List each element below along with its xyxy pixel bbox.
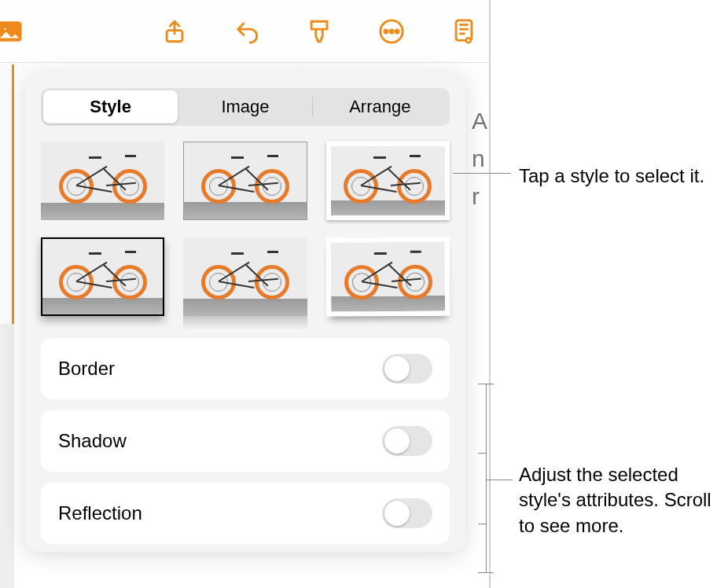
tab-image[interactable]: Image (178, 90, 312, 123)
shadow-toggle[interactable] (382, 426, 432, 456)
shadow-label: Shadow (58, 430, 127, 452)
tab-arrange[interactable]: Arrange (313, 90, 447, 123)
border-label: Border (58, 358, 115, 380)
document-view-icon[interactable] (447, 14, 481, 49)
border-row: Border (41, 338, 450, 399)
style-thumb-page-curl[interactable] (326, 237, 450, 316)
style-thumb-shadow[interactable] (41, 237, 164, 316)
svg-point-5 (390, 30, 393, 33)
undo-icon[interactable] (230, 14, 264, 49)
tab-style[interactable]: Style (43, 90, 178, 123)
svg-point-4 (384, 30, 388, 33)
style-presets-grid (41, 141, 450, 316)
callout-style-hint-text: Tap a style to select it. (519, 165, 704, 186)
shadow-row: Shadow (41, 410, 450, 472)
format-tabs: Style Image Arrange (41, 88, 450, 126)
callout-attrs-hint: Adjust the selected style's attributes. … (519, 462, 723, 538)
share-icon[interactable] (157, 14, 192, 49)
format-brush-icon[interactable] (302, 14, 336, 49)
photos-icon[interactable] (0, 14, 27, 49)
style-thumb-white-frame[interactable] (326, 141, 450, 220)
reflection-label: Reflection (58, 502, 142, 524)
style-thumb-reflection[interactable] (183, 237, 307, 316)
more-icon[interactable] (374, 14, 409, 49)
toolbar (0, 0, 489, 63)
style-settings-list: Border Shadow Reflection (41, 338, 450, 544)
border-toggle[interactable] (382, 354, 432, 384)
svg-point-6 (395, 30, 399, 33)
app-window: Style Image Arrange (0, 0, 491, 588)
format-popover: Style Image Arrange (25, 72, 465, 552)
callout-style-hint: Tap a style to select it. (519, 164, 715, 189)
callout-attrs-hint-text: Adjust the selected style's attributes. … (519, 464, 711, 536)
style-thumb-plain[interactable] (41, 141, 164, 220)
reflection-row: Reflection (41, 483, 450, 544)
style-thumb-simple-border[interactable] (183, 141, 307, 220)
reflection-toggle[interactable] (382, 498, 432, 528)
svg-point-12 (467, 39, 469, 41)
